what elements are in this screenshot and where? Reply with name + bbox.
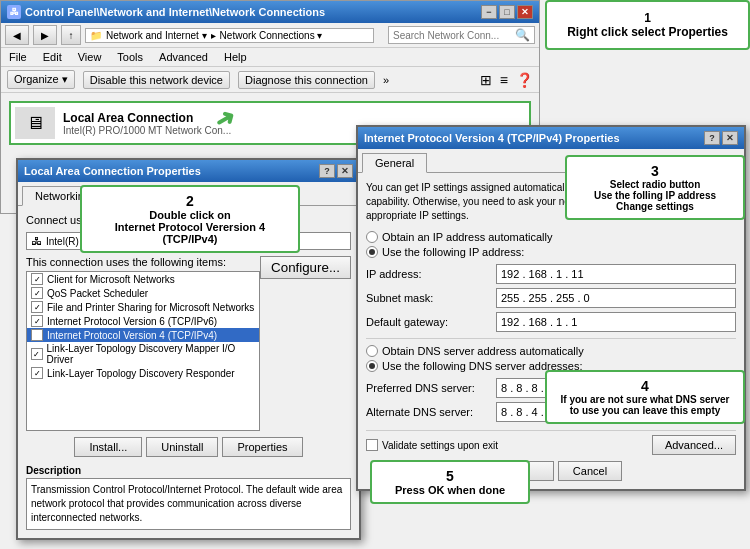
diagnose-label: Diagnose this connection: [245, 74, 368, 86]
tcpip-title-bar: Internet Protocol Version 4 (TCP/IPv4) P…: [358, 127, 744, 149]
menu-help[interactable]: Help: [220, 50, 251, 64]
tcpip-close-button[interactable]: ✕: [722, 131, 738, 145]
step3-text: Select radio button Use the folling IP a…: [575, 179, 735, 212]
radio-use-following[interactable]: Use the following IP address:: [366, 246, 736, 258]
subnet-row: Subnet mask: 255 . 255 . 255 . 0: [366, 288, 736, 308]
list-item[interactable]: Link-Layer Topology Discovery Mapper I/O…: [27, 342, 259, 366]
item-topo-responder: Link-Layer Topology Discovery Responder: [47, 368, 235, 379]
tcpip-help-button[interactable]: ?: [704, 131, 720, 145]
address-bar[interactable]: 📁 Network and Internet ▾ ▸ Network Conne…: [85, 28, 374, 43]
disable-label: Disable this network device: [90, 74, 223, 86]
menu-edit[interactable]: Edit: [39, 50, 66, 64]
menu-file[interactable]: File: [5, 50, 31, 64]
tab-general[interactable]: General: [362, 153, 427, 173]
connection-name: Local Area Connection: [63, 111, 231, 125]
radio-obtain-dns-auto[interactable]: Obtain DNS server address automatically: [366, 345, 736, 357]
radio-use-following-label: Use the following IP address:: [382, 246, 524, 258]
radio-obtain-dns-btn[interactable]: [366, 345, 378, 357]
up-button[interactable]: ↑: [61, 25, 81, 45]
item-ipv6: Internet Protocol Version 6 (TCP/IPv6): [47, 316, 217, 327]
step1-annotation: 1 Right click select Properties: [545, 0, 750, 50]
minimize-button[interactable]: −: [481, 5, 497, 19]
help-icon[interactable]: ❓: [516, 72, 533, 88]
item-client: Client for Microsoft Networks: [47, 274, 175, 285]
menu-advanced[interactable]: Advanced: [155, 50, 212, 64]
checkbox-ipv4[interactable]: [31, 329, 43, 341]
item-ipv4: Internet Protocol Version 4 (TCP/IPv4): [47, 330, 217, 341]
validate-checkbox-row[interactable]: Validate settings upon exit: [366, 439, 498, 451]
more-options[interactable]: »: [383, 74, 389, 86]
items-list[interactable]: Client for Microsoft Networks QoS Packet…: [26, 271, 260, 431]
step2-number: 2: [92, 193, 288, 209]
step4-number: 4: [555, 378, 735, 394]
tcpip-title-text: Internet Protocol Version 4 (TCP/IPv4) P…: [364, 132, 620, 144]
breadcrumb-icon: 📁: [90, 30, 102, 41]
configure-button[interactable]: Configure...: [260, 256, 351, 279]
menu-bar: File Edit View Tools Advanced Help: [1, 48, 539, 67]
forward-button[interactable]: ▶: [33, 25, 57, 45]
adapter-icon: 🖧: [31, 235, 42, 247]
menu-tools[interactable]: Tools: [113, 50, 147, 64]
ip-address-value: 192 . 168 . 1 . 11: [501, 268, 584, 280]
maximize-button[interactable]: □: [499, 5, 515, 19]
menu-view[interactable]: View: [74, 50, 106, 64]
ip-radio-group: Obtain an IP address automatically Use t…: [366, 231, 736, 258]
step2-annotation: 2 Double click on Internet Protocol Vere…: [80, 185, 300, 253]
subnet-input[interactable]: 255 . 255 . 255 . 0: [496, 288, 736, 308]
view-icon2[interactable]: ≡: [500, 72, 508, 88]
checkbox-qos[interactable]: [31, 287, 43, 299]
checkbox-topo-responder[interactable]: [31, 367, 43, 379]
lac-dialog-title: Local Area Connection Properties ? ✕: [18, 160, 359, 182]
search-input[interactable]: [393, 30, 513, 41]
search-box[interactable]: 🔍: [388, 26, 535, 44]
checkbox-topo-mapper[interactable]: [31, 348, 43, 360]
search-icon[interactable]: 🔍: [515, 28, 530, 42]
ip-address-input[interactable]: 192 . 168 . 1 . 11: [496, 264, 736, 284]
lac-help-button[interactable]: ?: [319, 164, 335, 178]
radio-obtain-auto[interactable]: Obtain an IP address automatically: [366, 231, 736, 243]
checkbox-ipv6[interactable]: [31, 315, 43, 327]
radio-use-following-dns-btn[interactable]: [366, 360, 378, 372]
validate-label: Validate settings upon exit: [382, 440, 498, 451]
list-item-ipv4[interactable]: Internet Protocol Version 4 (TCP/IPv4): [27, 328, 259, 342]
view-icon1[interactable]: ⊞: [480, 72, 492, 88]
list-item[interactable]: QoS Packet Scheduler: [27, 286, 259, 300]
list-item[interactable]: Link-Layer Topology Discovery Responder: [27, 366, 259, 380]
radio-obtain-auto-label: Obtain an IP address automatically: [382, 231, 552, 243]
radio-obtain-auto-btn[interactable]: [366, 231, 378, 243]
main-window-title: Control Panel\Network and Internet\Netwo…: [25, 6, 325, 18]
preferred-dns-label: Preferred DNS server:: [366, 382, 496, 394]
install-button[interactable]: Install...: [74, 437, 142, 457]
uninstall-button[interactable]: Uninstall: [146, 437, 218, 457]
address-toolbar: ◀ ▶ ↑ 📁 Network and Internet ▾ ▸ Network…: [1, 23, 539, 48]
lac-buttons-row: Install... Uninstall Properties: [26, 437, 351, 457]
list-item[interactable]: Client for Microsoft Networks: [27, 272, 259, 286]
window-icon: 🖧: [7, 5, 21, 19]
list-item[interactable]: Internet Protocol Version 6 (TCP/IPv6): [27, 314, 259, 328]
main-title-bar: 🖧 Control Panel\Network and Internet\Net…: [1, 1, 539, 23]
item-sharing: File and Printer Sharing for Microsoft N…: [47, 302, 254, 313]
lac-title-text: Local Area Connection Properties: [24, 165, 201, 177]
properties-button[interactable]: Properties: [222, 437, 302, 457]
lac-close-button[interactable]: ✕: [337, 164, 353, 178]
gateway-input[interactable]: 192 . 168 . 1 . 1: [496, 312, 736, 332]
back-button[interactable]: ◀: [5, 25, 29, 45]
checkbox-sharing[interactable]: [31, 301, 43, 313]
adapter-name: Intel(R) PRO/1000 MT Network Con...: [63, 125, 231, 136]
organize-label: Organize ▾: [14, 73, 68, 86]
list-item[interactable]: File and Printer Sharing for Microsoft N…: [27, 300, 259, 314]
diagnose-button[interactable]: Diagnose this connection: [238, 71, 375, 89]
validate-checkbox[interactable]: [366, 439, 378, 451]
disable-network-button[interactable]: Disable this network device: [83, 71, 230, 89]
dns-radio-group: Obtain DNS server address automatically …: [366, 345, 736, 372]
close-button[interactable]: ✕: [517, 5, 533, 19]
radio-use-following-btn[interactable]: [366, 246, 378, 258]
gateway-label: Default gateway:: [366, 316, 496, 328]
cancel-button[interactable]: Cancel: [558, 461, 622, 481]
lac-dialog-body: Connect using: 🖧 Intel(R) PRO/1000 MT Ne…: [18, 206, 359, 538]
advanced-button[interactable]: Advanced...: [652, 435, 736, 455]
step4-annotation: 4 If you are not sure what DNS server to…: [545, 370, 745, 424]
checkbox-client[interactable]: [31, 273, 43, 285]
radio-obtain-dns-label: Obtain DNS server address automatically: [382, 345, 584, 357]
organize-button[interactable]: Organize ▾: [7, 70, 75, 89]
